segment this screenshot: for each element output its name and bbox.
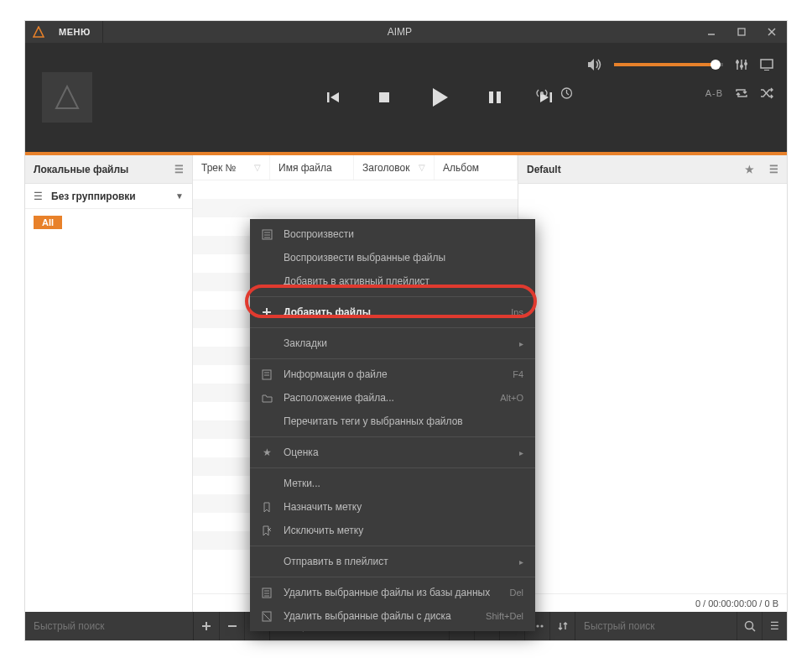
library-menu-icon[interactable]: ☰ (174, 164, 184, 175)
repeat-icon[interactable] (735, 87, 748, 99)
window-title: AIMP (103, 26, 696, 38)
previous-button[interactable] (325, 89, 341, 106)
svg-rect-6 (489, 91, 493, 103)
titlebar: МЕНЮ AIMP (25, 21, 787, 43)
folder-icon (260, 394, 273, 403)
svg-point-12 (736, 60, 739, 64)
library-pane: Локальные файлы ☰ ☰ Без группировки ▼ Al… (25, 155, 193, 612)
minimize-button[interactable] (696, 21, 726, 43)
ctx-assign-label[interactable]: Назначить метку (250, 495, 535, 519)
tracklist-sort-button[interactable] (549, 612, 575, 640)
ctx-add-files[interactable]: Добавить файлы Ins (250, 300, 535, 324)
ctx-play[interactable]: Воспроизвести (250, 222, 535, 246)
svg-rect-5 (379, 92, 389, 102)
playlist-body[interactable] (518, 184, 787, 593)
playlist-menu-icon[interactable]: ☰ (769, 164, 778, 175)
ctx-bookmarks[interactable]: Закладки▸ (250, 332, 535, 355)
library-search-input[interactable] (25, 612, 193, 640)
visualization-icon[interactable] (760, 59, 773, 70)
column-headers: Трек №▽ Имя файла Заголовок▽ Альбом (193, 155, 518, 180)
col-album[interactable]: Альбом (435, 155, 518, 180)
maximize-button[interactable] (726, 21, 757, 43)
ctx-send-to-playlist[interactable]: Отправить в плейлист▸ (250, 550, 535, 573)
ctx-delete-from-db[interactable]: Удалить выбранные файлы из базы данныхDe… (250, 581, 535, 604)
ctx-file-location[interactable]: Расположение файла...Alt+O (250, 386, 535, 410)
svg-rect-1 (738, 29, 745, 35)
filter-icon[interactable]: ▽ (254, 163, 261, 172)
bookmark-icon (260, 502, 273, 513)
svg-rect-4 (327, 92, 330, 102)
bookmark-remove-icon (260, 525, 273, 536)
grouping-burger-icon: ☰ (34, 191, 43, 202)
context-menu: Воспроизвести Воспроизвести выбранные фа… (250, 219, 535, 631)
delete-disk-icon (260, 611, 273, 622)
delete-db-icon (260, 588, 273, 598)
play-button[interactable] (427, 85, 452, 110)
close-button[interactable] (757, 21, 787, 43)
playlist-menu-button[interactable]: ☰ (762, 612, 787, 640)
svg-rect-16 (764, 70, 769, 70)
timer-icon[interactable] (560, 86, 573, 99)
right-status: 0 / 00:00:00:00 / 0 B (518, 593, 787, 612)
ctx-reread-tags[interactable]: Перечитать теги у выбранных файлов (250, 410, 535, 433)
playlist-search-input[interactable] (575, 612, 737, 640)
col-title[interactable]: Заголовок▽ (354, 155, 435, 180)
svg-point-33 (745, 622, 752, 629)
svg-line-51 (263, 614, 270, 620)
menu-button[interactable]: МЕНЮ (47, 21, 103, 43)
svg-line-34 (752, 629, 755, 632)
equalizer-icon[interactable] (735, 58, 748, 71)
svg-point-13 (740, 65, 743, 68)
stop-button[interactable] (377, 90, 392, 105)
pause-button[interactable] (487, 89, 502, 106)
grouping-label: Без группировки (51, 191, 167, 202)
svg-point-32 (540, 624, 543, 627)
playlist-title: Default (527, 164, 561, 175)
svg-point-14 (744, 62, 747, 65)
playlist-pane: Default ★ ☰ 0 / 00:00:00:00 / 0 B (518, 155, 787, 612)
player-panel: A-B (25, 43, 787, 152)
favorite-icon[interactable]: ★ (745, 164, 754, 175)
playlist-header: Default ★ ☰ (518, 155, 787, 184)
svg-rect-15 (761, 60, 773, 68)
svg-rect-7 (497, 91, 501, 103)
grouping-selector[interactable]: ☰ Без группировки ▼ (25, 184, 192, 209)
svg-point-17 (540, 91, 544, 95)
ctx-delete-from-disk[interactable]: Удалить выбранные файлы с дискаShift+Del (250, 604, 535, 628)
lib-add-button[interactable] (194, 612, 219, 640)
star-icon: ★ (260, 446, 273, 458)
svg-line-20 (566, 93, 569, 95)
plus-icon (260, 307, 273, 317)
chevron-down-icon: ▼ (175, 191, 184, 201)
library-header: Локальные файлы ☰ (25, 155, 192, 184)
file-info-icon (260, 369, 273, 380)
volume-slider[interactable] (614, 63, 723, 66)
lib-remove-button[interactable] (219, 612, 244, 640)
col-filename[interactable]: Имя файла (270, 155, 354, 180)
shuffle-icon[interactable] (760, 87, 773, 99)
ctx-exclude-label[interactable]: Исключить метку (250, 519, 535, 542)
library-title: Локальные файлы (34, 164, 128, 175)
ab-repeat-button[interactable]: A-B (705, 88, 723, 98)
svg-point-31 (536, 624, 539, 627)
playlist-search-button[interactable] (737, 612, 762, 640)
ctx-add-active-playlist[interactable]: Добавить в активный плейлист (250, 269, 535, 293)
col-track-no[interactable]: Трек №▽ (193, 155, 270, 180)
ctx-labels[interactable]: Метки... (250, 472, 535, 495)
album-art-placeholder (42, 72, 92, 123)
ctx-play-selected[interactable]: Воспроизвести выбранные файлы (250, 246, 535, 269)
aimp-logo-icon (30, 24, 47, 40)
volume-icon[interactable] (587, 58, 602, 71)
filter-icon[interactable]: ▽ (419, 163, 425, 172)
radio-icon[interactable] (535, 87, 549, 99)
ctx-rating[interactable]: ★ Оценка▸ (250, 441, 535, 464)
ctx-file-info[interactable]: Информация о файлеF4 (250, 363, 535, 386)
all-tag[interactable]: All (34, 216, 62, 229)
play-list-icon (260, 229, 273, 240)
